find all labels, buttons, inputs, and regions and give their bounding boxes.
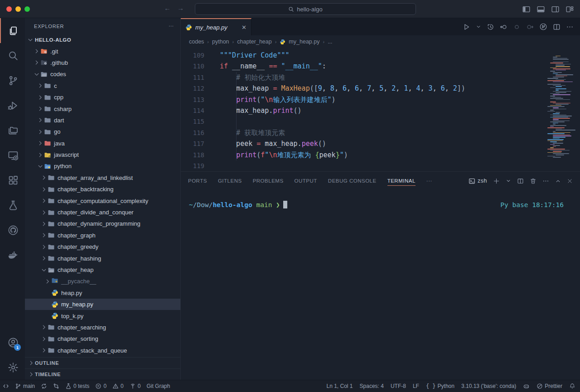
panel-tab-problems[interactable]: PROBLEMS <box>253 176 284 186</box>
status-0[interactable]: 0 <box>112 383 124 389</box>
activity-docker-icon[interactable] <box>0 242 25 267</box>
panel-tab-gitlens[interactable]: GITLENS <box>218 176 242 186</box>
tree-item-c[interactable]: c <box>25 80 180 92</box>
status-git-graph[interactable]: Git Graph <box>146 383 170 389</box>
status-bell-icon[interactable] <box>569 383 575 389</box>
tree-item-chapter-searching[interactable]: chapter_searching <box>25 322 180 333</box>
nav-back-icon[interactable] <box>500 23 508 31</box>
status-utf-8[interactable]: UTF-8 <box>391 383 406 389</box>
nav-forward-icon[interactable] <box>526 23 534 31</box>
activity-settings-gear-icon[interactable] <box>0 355 25 380</box>
tree-item-chapter-graph[interactable]: chapter_graph <box>25 230 180 241</box>
tree-item-dart[interactable]: dart <box>25 115 180 126</box>
status-0[interactable]: 0 <box>95 383 106 389</box>
sidebar-section-outline[interactable]: OUTLINE <box>25 357 180 368</box>
tree-item--git[interactable]: .git <box>25 45 180 57</box>
terminal-body[interactable]: ~/Dow/hello-algo main ❯ Py base 18:17:16 <box>181 190 580 380</box>
tree-item-top-k-py[interactable]: top_k.py <box>25 310 180 321</box>
tree-item-javascript[interactable]: JSjavascript <box>25 149 180 160</box>
sidebar-section-timeline[interactable]: TIMELINE <box>25 368 180 380</box>
breadcrumb-item[interactable]: my_heap.py <box>289 39 319 45</box>
status-lf[interactable]: LF <box>413 383 419 389</box>
tree-item-chapter-computational-complexity[interactable]: chapter_computational_complexity <box>25 195 180 206</box>
breadcrumb-item[interactable]: chapter_heap <box>237 39 271 45</box>
activity-explorer-icon[interactable] <box>0 18 25 43</box>
activity-project-manager-icon[interactable] <box>0 118 25 143</box>
kill-terminal-icon[interactable] <box>530 178 536 184</box>
tree-item-chapter-greedy[interactable]: chapter_greedy <box>25 241 180 252</box>
panel-tab-debug-console[interactable]: DEBUG CONSOLE <box>328 176 377 186</box>
panel-tab-output[interactable]: OUTPUT <box>295 176 317 186</box>
minimize-window-button[interactable] <box>15 6 21 12</box>
activity-remote-explorer-icon[interactable] <box>0 143 25 168</box>
status-main[interactable]: main <box>15 383 35 389</box>
tree-item-csharp[interactable]: csharp <box>25 103 180 114</box>
code-editor[interactable]: 109"""Driver Code"""110if __name__ == "_… <box>181 48 580 171</box>
panel-tab-ports[interactable]: PORTS <box>188 176 207 186</box>
tree-item-hello-algo[interactable]: HELLO-ALGO <box>25 34 180 45</box>
command-center-search[interactable]: hello-algo <box>195 3 416 15</box>
status-sync-icon[interactable] <box>41 383 47 389</box>
tree-item--github[interactable]: .github <box>25 57 180 68</box>
tree-item-python[interactable]: python <box>25 160 180 172</box>
status-copilot-icon[interactable] <box>523 383 530 390</box>
new-terminal-icon[interactable] <box>493 178 500 184</box>
status-gitlens-compare-icon[interactable] <box>53 383 59 389</box>
activity-testing-icon[interactable] <box>0 193 25 218</box>
close-window-button[interactable] <box>6 6 12 12</box>
tree-item-my-heap-py[interactable]: my_heap.py <box>25 299 180 310</box>
tree-item-chapter-divide-and-conquer[interactable]: chapter_divide_and_conquer <box>25 207 180 218</box>
nav-circle-icon[interactable] <box>513 23 521 31</box>
status-spaces-4[interactable]: Spaces: 4 <box>360 383 384 389</box>
run-dropdown-icon[interactable] <box>476 24 481 29</box>
activity-run-debug-icon[interactable] <box>0 93 25 118</box>
run-below-icon[interactable] <box>539 23 547 31</box>
toggle-panel-icon[interactable] <box>536 4 546 14</box>
run-button[interactable] <box>463 23 470 31</box>
tree-item-chapter-hashing[interactable]: chapter_hashing <box>25 252 180 264</box>
status-prettier[interactable]: Prettier <box>536 383 562 389</box>
tree-item-heap-py[interactable]: heap.py <box>25 287 180 299</box>
toggle-secondary-sidebar-icon[interactable] <box>550 4 560 14</box>
tree-item-chapter-backtracking[interactable]: chapter_backtracking <box>25 184 180 195</box>
status-remote-window-icon[interactable] <box>3 383 9 389</box>
tree-item-cpp[interactable]: cpp <box>25 92 180 103</box>
tree-item-chapter-stack-and-queue[interactable]: chapter_stack_and_queue <box>25 345 180 356</box>
breadcrumb-symbol[interactable]: ... <box>328 39 332 45</box>
tree-item-java[interactable]: java <box>25 138 180 149</box>
split-terminal-icon[interactable] <box>517 178 524 184</box>
breadcrumb-item[interactable]: python <box>212 39 229 45</box>
close-panel-icon[interactable] <box>567 178 573 184</box>
tab-my-heap[interactable]: my_heap.py ✕ <box>181 18 251 35</box>
nav-forward-arrow-icon[interactable]: → <box>177 4 184 12</box>
shell-selector[interactable]: zsh <box>469 178 487 184</box>
status-0-tests[interactable]: 0 tests <box>65 383 89 389</box>
nav-back-arrow-icon[interactable]: ← <box>164 4 171 12</box>
tab-close-icon[interactable]: ✕ <box>242 24 246 31</box>
tree-item--pycache-[interactable]: __pycache__ <box>25 276 180 287</box>
terminal-more-icon[interactable] <box>542 178 549 184</box>
panel-more-tabs-icon[interactable]: ··· <box>426 178 432 184</box>
status-ln-1-col-1[interactable]: Ln 1, Col 1 <box>326 383 353 389</box>
activity-search-icon[interactable] <box>0 43 25 68</box>
activity-source-control-icon[interactable] <box>0 68 25 93</box>
minimap[interactable] <box>544 48 580 171</box>
tree-item-chapter-array-and-linkedlist[interactable]: chapter_array_and_linkedlist <box>25 172 180 184</box>
activity-github-icon[interactable] <box>0 218 25 242</box>
history-icon[interactable] <box>487 23 494 31</box>
tree-item-chapter-sorting[interactable]: chapter_sorting <box>25 333 180 344</box>
activity-accounts-icon[interactable]: 1 <box>0 330 25 355</box>
maximize-panel-icon[interactable] <box>555 178 561 184</box>
terminal-dropdown-icon[interactable] <box>506 178 511 184</box>
tree-item-chapter-heap[interactable]: chapter_heap <box>25 264 180 276</box>
breadcrumb-item[interactable]: codes <box>189 39 204 45</box>
panel-tab-terminal[interactable]: TERMINAL <box>387 176 416 186</box>
split-editor-icon[interactable] <box>553 23 561 31</box>
activity-extensions-icon[interactable] <box>0 168 25 193</box>
explorer-more-actions-icon[interactable]: ⋯ <box>169 23 174 29</box>
more-actions-icon[interactable] <box>566 23 574 31</box>
tree-item-codes[interactable]: codes <box>25 68 180 80</box>
toggle-primary-sidebar-icon[interactable] <box>521 4 531 14</box>
status-3-10-13-base-conda-[interactable]: 3.10.13 ('base': conda) <box>461 383 516 389</box>
customize-layout-icon[interactable] <box>565 4 575 14</box>
